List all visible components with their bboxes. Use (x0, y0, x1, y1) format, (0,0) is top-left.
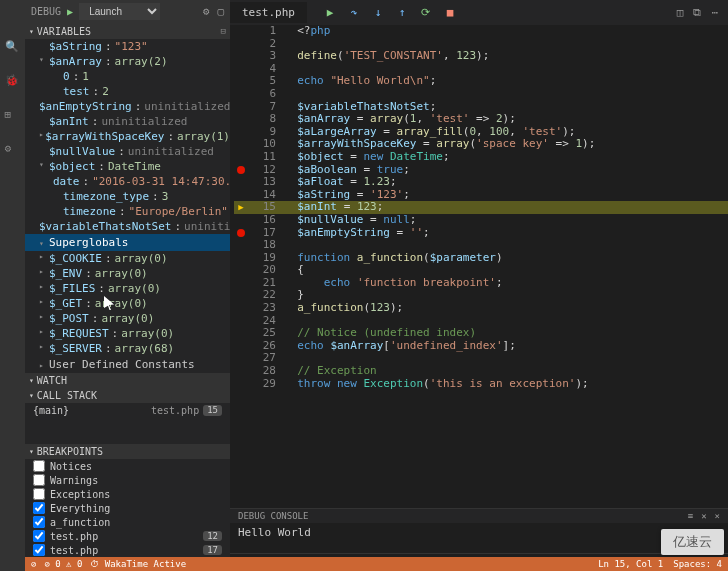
breakpoint-checkbox[interactable] (33, 516, 45, 528)
scope-user-constants[interactable]: ▸User Defined Constants (25, 356, 230, 373)
breakpoint-gutter[interactable] (234, 264, 248, 277)
status-wakatime[interactable]: ⏱ WakaTime Active (90, 559, 186, 569)
superglobal-row[interactable]: ▸$_ENV:array(0) (25, 266, 230, 281)
collapse-icon[interactable]: ⊟ (221, 26, 226, 36)
breakpoint-checkbox[interactable] (33, 544, 45, 556)
variables-header[interactable]: ▾ VARIABLES ⊟ (25, 24, 230, 39)
variable-row[interactable]: $nullValue:uninitialized (25, 144, 230, 159)
breakpoint-gutter[interactable] (234, 378, 248, 391)
breakpoint-row[interactable]: Everything (25, 501, 230, 515)
search-icon[interactable]: 🔍 (5, 40, 21, 56)
breakpoint-gutter[interactable] (234, 101, 248, 114)
breakpoint-gutter[interactable] (234, 164, 248, 177)
code-line[interactable]: 21 echo 'function breakpoint'; (234, 277, 728, 290)
breakpoint-row[interactable]: test.php12 (25, 529, 230, 543)
variable-row[interactable]: ▾$object:DateTime (25, 159, 230, 174)
breakpoint-gutter[interactable] (234, 25, 248, 38)
debug-console-tab[interactable]: DEBUG CONSOLE (238, 511, 308, 521)
breakpoint-gutter[interactable] (234, 227, 248, 240)
variable-row[interactable]: ▾$anArray:array(2) (25, 54, 230, 69)
breakpoint-row[interactable]: Warnings (25, 473, 230, 487)
breakpoint-gutter[interactable] (234, 113, 248, 126)
breakpoint-checkbox[interactable] (33, 530, 45, 542)
breakpoint-gutter[interactable] (234, 189, 248, 202)
launch-config-select[interactable]: Launch (79, 3, 160, 20)
variable-row[interactable]: timezone_type:3 (25, 189, 230, 204)
stop-button[interactable]: ■ (443, 6, 457, 20)
breakpoint-row[interactable]: Notices (25, 459, 230, 473)
console-icon[interactable]: ▢ (217, 5, 224, 18)
breakpoint-checkbox[interactable] (33, 502, 45, 514)
settings-icon[interactable]: ⚙ (5, 142, 21, 158)
breakpoint-gutter[interactable] (234, 340, 248, 353)
more-icon[interactable]: ⋯ (711, 6, 718, 19)
breakpoint-gutter[interactable] (234, 352, 248, 365)
variable-row[interactable]: $anInt:uninitialized (25, 114, 230, 129)
breakpoint-checkbox[interactable] (33, 474, 45, 486)
editor-tab[interactable]: test.php (230, 2, 308, 23)
split-editor-icon[interactable]: ◫ (677, 6, 684, 19)
breakpoint-row[interactable]: a_function (25, 515, 230, 529)
variable-row[interactable]: ▸$arrayWithSpaceKey:array(1) (25, 129, 230, 144)
code-line[interactable]: 26 echo $anArray['undefined_index']; (234, 340, 728, 353)
continue-button[interactable]: ▶ (323, 6, 337, 20)
step-over-button[interactable]: ↷ (347, 6, 361, 20)
breakpoint-gutter[interactable] (234, 151, 248, 164)
variable-row[interactable]: 0:1 (25, 69, 230, 84)
variable-row[interactable]: $aString:"123" (25, 39, 230, 54)
play-icon[interactable]: ▶ (67, 6, 73, 17)
breakpoint-gutter[interactable] (234, 176, 248, 189)
code-line[interactable]: 17 $anEmptyString = ''; (234, 227, 728, 240)
breakpoint-gutter[interactable] (234, 38, 248, 51)
breakpoint-gutter[interactable] (234, 302, 248, 315)
variable-row[interactable]: $variableThatsNotSet:uninitialized (25, 219, 230, 234)
breakpoint-gutter[interactable] (234, 88, 248, 101)
breakpoint-gutter[interactable] (234, 126, 248, 139)
code-line[interactable]: 5 echo "Hello World\n"; (234, 75, 728, 88)
debug-icon[interactable]: 🐞 (5, 74, 21, 90)
breakpoint-gutter[interactable] (234, 289, 248, 302)
breakpoint-gutter[interactable] (234, 315, 248, 328)
code-body[interactable]: 1 <?php2 3 define('TEST_CONSTANT', 123);… (230, 25, 728, 508)
code-line[interactable]: 19 function a_function($parameter) (234, 252, 728, 265)
callstack-frame[interactable]: {main} test.php 15 (25, 403, 230, 418)
breakpoint-gutter[interactable]: ▶ (234, 201, 248, 214)
code-line[interactable]: 29 throw new Exception('this is an excep… (234, 378, 728, 391)
code-line[interactable]: 23 a_function(123); (234, 302, 728, 315)
superglobal-row[interactable]: ▸$_COOKIE:array(0) (25, 251, 230, 266)
breakpoint-gutter[interactable] (234, 239, 248, 252)
scope-superglobals[interactable]: ▾Superglobals (25, 234, 230, 251)
breakpoint-gutter[interactable] (234, 327, 248, 340)
status-remote[interactable]: ⊘ (31, 559, 36, 569)
variable-row[interactable]: date:"2016-03-31 14:47:30.000000" (25, 174, 230, 189)
callstack-header[interactable]: ▾ CALL STACK (25, 388, 230, 403)
breakpoint-checkbox[interactable] (33, 460, 45, 472)
breakpoint-gutter[interactable] (234, 252, 248, 265)
extensions-icon[interactable]: ⊞ (5, 108, 21, 124)
diff-icon[interactable]: ⧉ (693, 6, 701, 19)
close-icon[interactable]: × (715, 511, 720, 521)
restart-button[interactable]: ⟳ (419, 6, 433, 20)
breakpoint-gutter[interactable] (234, 214, 248, 227)
breakpoint-gutter[interactable] (234, 277, 248, 290)
superglobal-row[interactable]: ▸$_GET:array(0) (25, 296, 230, 311)
clear-icon[interactable]: ✕ (701, 511, 706, 521)
superglobal-row[interactable]: ▸$_FILES:array(0) (25, 281, 230, 296)
code-line[interactable]: 1 <?php (234, 25, 728, 38)
code-line[interactable]: 3 define('TEST_CONSTANT', 123); (234, 50, 728, 63)
superglobal-row[interactable]: ▸$_SERVER:array(68) (25, 341, 230, 356)
variable-row[interactable]: test:2 (25, 84, 230, 99)
wrap-icon[interactable]: ≡ (688, 511, 693, 521)
gear-icon[interactable]: ⚙ (203, 5, 210, 18)
superglobal-row[interactable]: ▸$_REQUEST:array(0) (25, 326, 230, 341)
breakpoints-header[interactable]: ▾ BREAKPOINTS (25, 444, 230, 459)
status-cursor[interactable]: Ln 15, Col 1 (598, 559, 663, 569)
superglobal-row[interactable]: ▸$_POST:array(0) (25, 311, 230, 326)
breakpoint-checkbox[interactable] (33, 488, 45, 500)
status-problems[interactable]: ⊘ 0 ⚠ 0 (44, 559, 82, 569)
breakpoint-gutter[interactable] (234, 63, 248, 76)
variable-row[interactable]: $anEmptyString:uninitialized (25, 99, 230, 114)
variable-row[interactable]: timezone:"Europe/Berlin" (25, 204, 230, 219)
breakpoint-row[interactable]: test.php17 (25, 543, 230, 557)
step-into-button[interactable]: ↓ (371, 6, 385, 20)
